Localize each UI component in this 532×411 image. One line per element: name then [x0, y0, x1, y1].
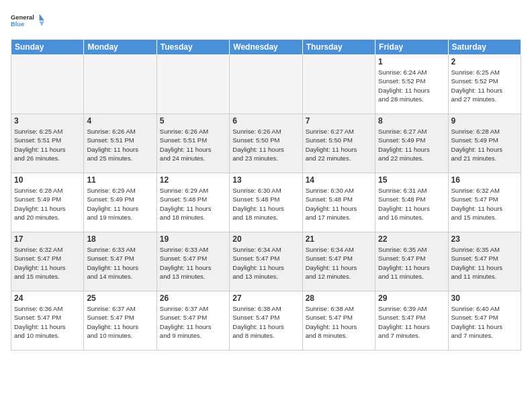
calendar-cell: 18Sunrise: 6:33 AM Sunset: 5:47 PM Dayli…: [84, 232, 157, 291]
calendar-cell: [157, 55, 229, 114]
day-info: Sunrise: 6:38 AM Sunset: 5:47 PM Dayligh…: [232, 304, 299, 340]
calendar-cell: 29Sunrise: 6:39 AM Sunset: 5:47 PM Dayli…: [375, 291, 448, 351]
calendar-table: SundayMondayTuesdayWednesdayThursdayFrid…: [11, 39, 521, 351]
svg-marker-2: [40, 13, 45, 20]
calendar-cell: 7Sunrise: 6:27 AM Sunset: 5:50 PM Daylig…: [302, 114, 375, 173]
day-info: Sunrise: 6:25 AM Sunset: 5:52 PM Dayligh…: [451, 68, 518, 103]
day-number: 26: [160, 293, 226, 303]
day-info: Sunrise: 6:39 AM Sunset: 5:47 PM Dayligh…: [378, 304, 445, 340]
weekday-header-tuesday: Tuesday: [157, 40, 229, 55]
weekday-header-friday: Friday: [375, 40, 448, 55]
day-number: 16: [451, 175, 518, 185]
calendar-cell: [84, 55, 157, 114]
calendar-cell: 1Sunrise: 6:24 AM Sunset: 5:52 PM Daylig…: [375, 55, 448, 114]
day-number: 2: [451, 57, 518, 66]
day-info: Sunrise: 6:26 AM Sunset: 5:50 PM Dayligh…: [232, 127, 299, 163]
day-info: Sunrise: 6:33 AM Sunset: 5:47 PM Dayligh…: [87, 245, 153, 281]
calendar-cell: 15Sunrise: 6:31 AM Sunset: 5:48 PM Dayli…: [375, 173, 448, 232]
week-row-3: 10Sunrise: 6:28 AM Sunset: 5:49 PM Dayli…: [11, 173, 521, 232]
day-number: 14: [306, 175, 372, 185]
day-number: 6: [232, 116, 299, 126]
calendar-cell: 28Sunrise: 6:38 AM Sunset: 5:47 PM Dayli…: [302, 291, 375, 351]
day-info: Sunrise: 6:28 AM Sunset: 5:49 PM Dayligh…: [14, 186, 81, 222]
day-info: Sunrise: 6:33 AM Sunset: 5:47 PM Dayligh…: [160, 245, 226, 281]
day-info: Sunrise: 6:31 AM Sunset: 5:48 PM Dayligh…: [378, 186, 445, 222]
day-info: Sunrise: 6:30 AM Sunset: 5:48 PM Dayligh…: [232, 186, 299, 222]
day-number: 15: [378, 175, 445, 185]
day-number: 17: [14, 234, 81, 244]
calendar-cell: 4Sunrise: 6:26 AM Sunset: 5:51 PM Daylig…: [84, 114, 157, 173]
weekday-header-monday: Monday: [84, 40, 157, 55]
logo: General Blue: [11, 8, 44, 34]
day-number: 3: [14, 116, 81, 126]
day-info: Sunrise: 6:27 AM Sunset: 5:50 PM Dayligh…: [306, 127, 372, 163]
day-number: 24: [14, 293, 81, 303]
calendar-cell: 20Sunrise: 6:34 AM Sunset: 5:47 PM Dayli…: [230, 232, 302, 291]
calendar-cell: 21Sunrise: 6:34 AM Sunset: 5:47 PM Dayli…: [302, 232, 375, 291]
day-info: Sunrise: 6:26 AM Sunset: 5:51 PM Dayligh…: [160, 127, 226, 163]
day-number: 19: [160, 234, 226, 244]
calendar-cell: 11Sunrise: 6:29 AM Sunset: 5:49 PM Dayli…: [84, 173, 157, 232]
svg-text:General: General: [11, 14, 34, 21]
calendar-cell: [302, 55, 375, 114]
week-row-2: 3Sunrise: 6:25 AM Sunset: 5:51 PM Daylig…: [11, 114, 521, 173]
calendar-cell: 26Sunrise: 6:37 AM Sunset: 5:47 PM Dayli…: [157, 291, 229, 351]
calendar-cell: 30Sunrise: 6:40 AM Sunset: 5:47 PM Dayli…: [448, 291, 521, 351]
logo-svg: General Blue: [11, 8, 44, 34]
header: General Blue: [11, 8, 521, 34]
week-row-5: 24Sunrise: 6:36 AM Sunset: 5:47 PM Dayli…: [11, 291, 521, 351]
weekday-header-saturday: Saturday: [448, 40, 521, 55]
day-info: Sunrise: 6:36 AM Sunset: 5:47 PM Dayligh…: [14, 304, 81, 340]
calendar-cell: 23Sunrise: 6:35 AM Sunset: 5:47 PM Dayli…: [448, 232, 521, 291]
day-number: 23: [451, 234, 518, 244]
calendar-cell: 13Sunrise: 6:30 AM Sunset: 5:48 PM Dayli…: [230, 173, 302, 232]
calendar-cell: 8Sunrise: 6:27 AM Sunset: 5:49 PM Daylig…: [375, 114, 448, 173]
day-info: Sunrise: 6:37 AM Sunset: 5:47 PM Dayligh…: [87, 304, 153, 340]
day-number: 18: [87, 234, 153, 244]
day-info: Sunrise: 6:34 AM Sunset: 5:47 PM Dayligh…: [306, 245, 372, 281]
weekday-header-thursday: Thursday: [302, 40, 375, 55]
day-number: 9: [451, 116, 518, 126]
calendar-cell: [230, 55, 302, 114]
day-number: 29: [378, 293, 445, 303]
day-info: Sunrise: 6:32 AM Sunset: 5:47 PM Dayligh…: [14, 245, 81, 281]
calendar-cell: 9Sunrise: 6:28 AM Sunset: 5:49 PM Daylig…: [448, 114, 521, 173]
day-info: Sunrise: 6:38 AM Sunset: 5:47 PM Dayligh…: [306, 304, 372, 340]
calendar-cell: 6Sunrise: 6:26 AM Sunset: 5:50 PM Daylig…: [230, 114, 302, 173]
day-info: Sunrise: 6:26 AM Sunset: 5:51 PM Dayligh…: [87, 127, 153, 163]
day-info: Sunrise: 6:34 AM Sunset: 5:47 PM Dayligh…: [232, 245, 299, 281]
day-number: 12: [160, 175, 226, 185]
day-info: Sunrise: 6:35 AM Sunset: 5:47 PM Dayligh…: [378, 245, 445, 281]
day-info: Sunrise: 6:29 AM Sunset: 5:49 PM Dayligh…: [87, 186, 153, 222]
weekday-header-wednesday: Wednesday: [230, 40, 302, 55]
calendar-cell: [11, 55, 84, 114]
calendar-cell: 17Sunrise: 6:32 AM Sunset: 5:47 PM Dayli…: [11, 232, 84, 291]
calendar-cell: 12Sunrise: 6:29 AM Sunset: 5:48 PM Dayli…: [157, 173, 229, 232]
calendar-cell: 22Sunrise: 6:35 AM Sunset: 5:47 PM Dayli…: [375, 232, 448, 291]
day-number: 30: [451, 293, 518, 303]
day-info: Sunrise: 6:29 AM Sunset: 5:48 PM Dayligh…: [160, 186, 226, 222]
week-row-4: 17Sunrise: 6:32 AM Sunset: 5:47 PM Dayli…: [11, 232, 521, 291]
calendar-cell: 25Sunrise: 6:37 AM Sunset: 5:47 PM Dayli…: [84, 291, 157, 351]
day-number: 25: [87, 293, 153, 303]
calendar-cell: 3Sunrise: 6:25 AM Sunset: 5:51 PM Daylig…: [11, 114, 84, 173]
weekday-header-sunday: Sunday: [11, 40, 84, 55]
day-number: 10: [14, 175, 81, 185]
calendar-cell: 5Sunrise: 6:26 AM Sunset: 5:51 PM Daylig…: [157, 114, 229, 173]
calendar-cell: 19Sunrise: 6:33 AM Sunset: 5:47 PM Dayli…: [157, 232, 229, 291]
day-number: 4: [87, 116, 153, 126]
svg-text:Blue: Blue: [11, 21, 24, 28]
day-info: Sunrise: 6:24 AM Sunset: 5:52 PM Dayligh…: [378, 68, 445, 103]
week-row-1: 1Sunrise: 6:24 AM Sunset: 5:52 PM Daylig…: [11, 55, 521, 114]
day-info: Sunrise: 6:37 AM Sunset: 5:47 PM Dayligh…: [160, 304, 226, 340]
day-number: 20: [232, 234, 299, 244]
weekday-header-row: SundayMondayTuesdayWednesdayThursdayFrid…: [11, 40, 521, 55]
day-number: 13: [232, 175, 299, 185]
day-number: 28: [306, 293, 372, 303]
day-info: Sunrise: 6:32 AM Sunset: 5:47 PM Dayligh…: [451, 186, 518, 222]
calendar-cell: 16Sunrise: 6:32 AM Sunset: 5:47 PM Dayli…: [448, 173, 521, 232]
day-info: Sunrise: 6:27 AM Sunset: 5:49 PM Dayligh…: [378, 127, 445, 163]
calendar-cell: 2Sunrise: 6:25 AM Sunset: 5:52 PM Daylig…: [448, 55, 521, 114]
page-container: General Blue SundayMondayTuesdayWednesda…: [0, 0, 532, 356]
day-number: 27: [232, 293, 299, 303]
